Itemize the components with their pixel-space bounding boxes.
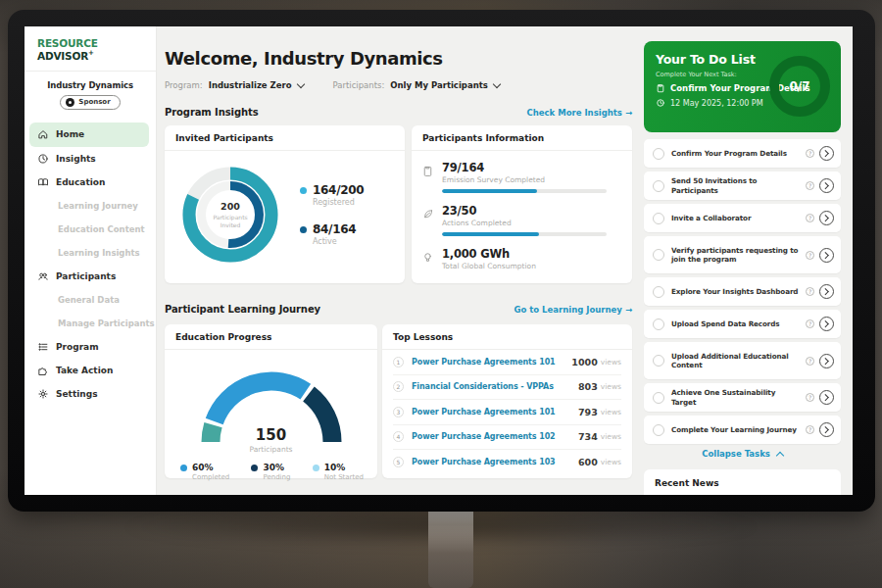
task-checkbox[interactable] — [653, 392, 664, 404]
card-title: Top Lessons — [382, 324, 632, 350]
check-more-insights-link[interactable]: Check More Insights → — [527, 108, 632, 118]
collapse-tasks-label: Collapse Tasks — [702, 449, 770, 459]
lesson-row[interactable]: 4 Power Purchase Agreements 102 734 view… — [393, 425, 621, 451]
lesson-link[interactable]: Financial Considerations - VPPAs — [412, 382, 578, 391]
home-icon — [37, 128, 49, 140]
stat-label: Total Global Consumption — [442, 262, 536, 270]
help-icon[interactable]: ? — [806, 287, 814, 296]
sidebar-item-settings[interactable]: Settings — [24, 382, 156, 406]
registered-label: Registered — [313, 198, 364, 207]
lesson-views: 600 — [578, 457, 598, 467]
chevron-right-button[interactable] — [819, 146, 834, 161]
task-row[interactable]: Achieve One Sustainability Target ? — [644, 383, 841, 412]
program-dropdown-value: Industrialize Zero — [209, 80, 292, 90]
task-row[interactable]: Upload Additional Educational Content ? — [644, 342, 841, 379]
help-icon[interactable]: ? — [806, 425, 814, 434]
sidebar-item-program[interactable]: Program — [24, 335, 156, 359]
task-row[interactable]: Confirm Your Program Details ? — [644, 139, 841, 168]
chevron-right-button[interactable] — [819, 390, 834, 405]
legend-dot — [313, 465, 319, 471]
sidebar-item-manage-participants[interactable]: Manage Participants — [24, 312, 156, 335]
lesson-rank: 2 — [393, 381, 404, 392]
legend-value: 30% — [263, 463, 290, 472]
invited-participants-card: Invited Participants 200 Partic — [165, 125, 405, 283]
help-icon[interactable]: ? — [806, 357, 814, 366]
lesson-rank: 5 — [393, 457, 404, 467]
task-checkbox[interactable] — [653, 148, 664, 160]
help-icon[interactable]: ? — [806, 319, 814, 328]
sidebar-item-label: Learning Journey — [58, 201, 138, 211]
program-dropdown[interactable]: Program: Industrialize Zero — [165, 80, 304, 90]
settings-icon — [37, 388, 49, 400]
lesson-row[interactable]: 3 Power Purchase Agreements 101 793 view… — [393, 400, 621, 425]
sidebar-item-label: Manage Participants — [58, 318, 155, 328]
lesson-row[interactable]: 2 Financial Considerations - VPPAs 803 v… — [393, 375, 621, 401]
lesson-link[interactable]: Power Purchase Agreements 102 — [412, 432, 578, 441]
chevron-right-button[interactable] — [819, 284, 834, 299]
task-row[interactable]: Upload Spend Data Records ? — [644, 310, 841, 338]
lesson-link[interactable]: Power Purchase Agreements 101 — [412, 408, 578, 416]
task-checkbox[interactable] — [653, 249, 664, 261]
legend-dot — [300, 226, 307, 233]
active-value: 84/164 — [313, 222, 356, 236]
arrow-right-icon: → — [625, 108, 632, 118]
lesson-link[interactable]: Power Purchase Agreements 103 — [412, 458, 578, 466]
background-wall: RESOURCE ADVISOR+ Industry Dynamics Spon… — [0, 0, 882, 588]
help-icon[interactable]: ? — [806, 181, 814, 190]
help-icon[interactable]: ? — [806, 393, 814, 402]
recent-news-card: Recent News — [644, 469, 841, 495]
sidebar-item-general-data[interactable]: General Data — [24, 288, 156, 312]
chevron-right-button[interactable] — [819, 317, 834, 331]
sidebar-item-label: Program — [56, 342, 99, 352]
help-icon[interactable]: ? — [806, 214, 814, 222]
sidebar-item-insights[interactable]: Insights — [24, 147, 156, 171]
lesson-views-label: views — [601, 432, 621, 441]
help-icon[interactable]: ? — [806, 149, 814, 158]
sidebar-nav: Home Insights Education Learning Journey — [24, 122, 156, 406]
card-title: Invited Participants — [165, 125, 405, 151]
take-action-icon — [37, 365, 49, 376]
task-checkbox[interactable] — [653, 355, 664, 367]
sidebar-item-participants[interactable]: Participants — [24, 265, 156, 288]
participants-information-card: Participants Information 79/164 Emission… — [412, 125, 632, 283]
task-checkbox[interactable] — [653, 180, 664, 192]
task-row[interactable]: Complete Your Learning Journey ? — [644, 416, 841, 444]
sidebar-item-label: Settings — [56, 389, 97, 399]
task-label: Verify participants requesting to join t… — [664, 246, 806, 265]
task-row[interactable]: Invite a Collaborator ? — [644, 204, 841, 232]
participants-icon — [37, 270, 49, 282]
sidebar-item-learning-insights[interactable]: Learning Insights — [24, 241, 156, 265]
task-checkbox[interactable] — [653, 213, 664, 224]
task-list: Confirm Your Program Details ? Send 50 I… — [644, 139, 841, 459]
legend-item-registered: 164/200 Registered — [300, 183, 364, 207]
sidebar-item-education-content[interactable]: Education Content — [24, 218, 156, 241]
collapse-tasks-link[interactable]: Collapse Tasks — [644, 449, 841, 459]
lesson-row[interactable]: 5 Power Purchase Agreements 103 600 view… — [393, 450, 621, 475]
sidebar-item-education[interactable]: Education — [24, 171, 156, 194]
chevron-right-button[interactable] — [819, 248, 834, 263]
recent-news-title: Recent News — [644, 469, 841, 495]
monitor-stand — [428, 511, 473, 588]
chevron-right-button[interactable] — [819, 211, 834, 225]
task-row[interactable]: Send 50 Invitations to Participants ? — [644, 172, 841, 200]
legend-value: 60% — [192, 463, 229, 472]
chevron-right-button[interactable] — [819, 354, 834, 368]
task-checkbox[interactable] — [653, 286, 664, 298]
help-icon[interactable]: ? — [806, 251, 814, 260]
chevron-right-button[interactable] — [819, 422, 834, 437]
sidebar-item-take-action[interactable]: Take Action — [24, 359, 156, 382]
lesson-row[interactable]: 1 Power Purchase Agreements 101 1000 vie… — [393, 350, 621, 375]
task-row[interactable]: Explore Your Insights Dashboard ? — [644, 277, 841, 306]
legend-dot — [251, 465, 258, 471]
task-row[interactable]: Verify participants requesting to join t… — [644, 236, 841, 273]
lesson-link[interactable]: Power Purchase Agreements 101 — [412, 358, 571, 367]
go-to-learning-journey-link[interactable]: Go to Learning Journey → — [514, 305, 632, 315]
participants-dropdown[interactable]: Participants: Only My Participants — [333, 80, 500, 90]
logo-plus: + — [88, 49, 94, 57]
invited-donut-chart: 200 Participants Invited — [172, 157, 288, 272]
sidebar-item-learning-journey[interactable]: Learning Journey — [24, 194, 156, 218]
sidebar-item-home[interactable]: Home — [29, 122, 149, 147]
task-checkbox[interactable] — [653, 318, 664, 330]
task-checkbox[interactable] — [653, 424, 664, 436]
chevron-right-button[interactable] — [819, 178, 834, 193]
